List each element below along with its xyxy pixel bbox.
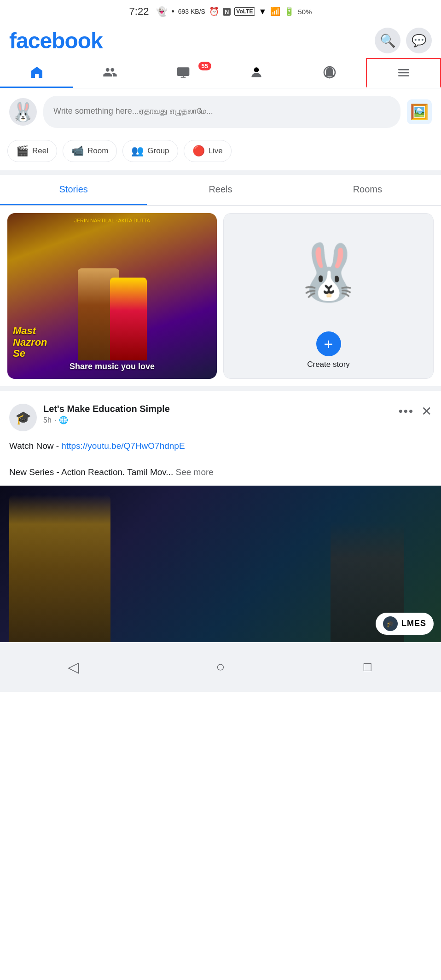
nav-item-menu[interactable]	[366, 58, 441, 88]
home-icon	[29, 65, 44, 80]
header-actions: 🔍 💬	[375, 28, 432, 53]
create-story-label: Create story	[307, 360, 350, 369]
nav-item-friends[interactable]	[73, 58, 146, 88]
snapchat-icon: 👻	[156, 6, 168, 17]
svg-rect-3	[398, 69, 409, 70]
friends-icon	[103, 65, 117, 80]
create-story-plus-icon: +	[316, 331, 341, 356]
post-author-avatar: 🎓	[9, 404, 37, 431]
reel-icon: 🎬	[16, 145, 29, 157]
nav-item-watch[interactable]: 55	[146, 58, 220, 88]
section-divider	[0, 170, 441, 175]
post-actions-right: ••• ✕	[399, 404, 432, 419]
avatar-bunny: 🐰	[12, 101, 35, 123]
search-icon: 🔍	[380, 33, 396, 48]
svg-rect-5	[398, 75, 409, 76]
watch-badge: 55	[198, 62, 211, 70]
room-icon: 📹	[71, 145, 84, 157]
profile-icon	[249, 65, 264, 80]
photo-icon: 🖼️	[410, 103, 429, 121]
post-header: 🎓 Let's Make Education Simple 5h · 🌐 •••…	[0, 395, 441, 436]
app-header: facebook 🔍 💬	[0, 23, 441, 58]
post-description: New Series - Action Reaction. Tamil Mov.…	[9, 467, 173, 477]
menu-icon	[396, 65, 411, 80]
post-close-button[interactable]: ✕	[421, 404, 432, 419]
lmes-avatar-icon: 🎓	[15, 410, 31, 425]
post-action-buttons: 🎬 Reel 📹 Room 👥 Group 🔴 Live	[0, 135, 441, 170]
nav-item-profile[interactable]	[220, 58, 293, 88]
cinema-actors: JERIN NARTILAL · AKITA DUTTA	[11, 218, 213, 223]
add-photo-button[interactable]: 🖼️	[407, 99, 432, 124]
film-title: MastNazronSe	[7, 325, 217, 359]
lmes-badge: 🎓 LMES	[376, 613, 434, 635]
search-button[interactable]: 🔍	[375, 28, 400, 53]
post-dot: ·	[54, 416, 56, 424]
action-figure	[9, 495, 110, 642]
signal-icon: 📶	[270, 6, 280, 17]
post-link[interactable]: https://youtu.be/Q7HwO7hdnpE	[61, 441, 185, 451]
nav-item-notifications[interactable]	[293, 58, 366, 88]
back-button[interactable]: ◁	[60, 653, 87, 681]
user-avatar: 🐰	[9, 98, 37, 126]
post-content: Watch Now - https://youtu.be/Q7HwO7hdnpE…	[0, 436, 441, 486]
messenger-button[interactable]: 💬	[406, 28, 432, 53]
post-image: 🎓 LMES	[0, 486, 441, 642]
recent-apps-icon: □	[364, 660, 371, 674]
post-time: 5h	[43, 416, 52, 424]
tab-stories[interactable]: Stories	[0, 175, 147, 205]
reel-button[interactable]: 🎬 Reel	[7, 140, 57, 162]
svg-rect-4	[398, 72, 409, 74]
post-author-details: Let's Make Education Simple 5h · 🌐	[43, 404, 170, 424]
tab-rooms[interactable]: Rooms	[294, 175, 441, 205]
navigation-bar: 55	[0, 58, 441, 88]
group-icon: 👥	[131, 145, 144, 157]
alarm-icon: ⏰	[209, 6, 219, 17]
live-icon: 🔴	[192, 145, 205, 157]
post-author-name: Let's Make Education Simple	[43, 404, 170, 414]
recent-apps-button[interactable]: □	[354, 653, 381, 681]
lmes-badge-text: LMES	[401, 619, 426, 628]
back-icon: ◁	[68, 658, 79, 676]
volte-icon: VoLTE	[234, 7, 255, 16]
group-label: Group	[147, 146, 169, 156]
cinema-text-top: JERIN NARTILAL · AKITA DUTTA	[11, 218, 213, 223]
network-speed: 693 KB/S	[178, 8, 205, 15]
post-privacy-icon: 🌐	[59, 416, 68, 424]
story-music-label: Share music you love	[7, 362, 217, 371]
status-bar: 7:22 👻 • 693 KB/S ⏰ N VoLTE ▼ 📶 🔋 50%	[0, 0, 441, 23]
story-music-text: MastNazronSe Share music you love	[7, 325, 217, 371]
post-input[interactable]	[43, 96, 400, 128]
lmes-logo-icon: 🎓	[383, 616, 398, 631]
dot-indicator: •	[171, 7, 174, 17]
home-button[interactable]: ○	[207, 653, 234, 681]
see-more-button[interactable]: See more	[176, 467, 214, 477]
watch-icon	[176, 65, 191, 80]
live-button[interactable]: 🔴 Live	[184, 140, 232, 162]
battery-icon: 🔋	[284, 6, 294, 17]
group-button[interactable]: 👥 Group	[122, 140, 178, 162]
post-composer: 🐰 🖼️	[0, 88, 441, 135]
bunny-character: 🐰	[290, 214, 367, 331]
tab-reels[interactable]: Reels	[147, 175, 294, 205]
notifications-icon	[322, 65, 337, 80]
reel-label: Reel	[32, 146, 48, 156]
story-card-create[interactable]: 🐰 + Create story	[223, 213, 434, 379]
status-time: 7:22	[129, 6, 149, 17]
nav-item-home[interactable]	[0, 58, 73, 88]
home-nav-icon: ○	[216, 658, 225, 675]
room-button[interactable]: 📹 Room	[63, 140, 117, 162]
live-label: Live	[209, 146, 223, 156]
post-author-info: 🎓 Let's Make Education Simple 5h · 🌐	[9, 404, 170, 431]
content-tabs: Stories Reels Rooms	[0, 175, 441, 206]
facebook-logo: facebook	[9, 28, 103, 53]
post-card: 🎓 Let's Make Education Simple 5h · 🌐 •••…	[0, 395, 441, 642]
room-label: Room	[87, 146, 108, 156]
story-card-music[interactable]: JERIN NARTILAL · AKITA DUTTA MastNazronS…	[7, 213, 217, 379]
nfc-icon: N	[223, 8, 231, 16]
battery-level: 50%	[298, 8, 312, 16]
stories-grid: JERIN NARTILAL · AKITA DUTTA MastNazronS…	[0, 206, 441, 386]
post-meta: 5h · 🌐	[43, 416, 170, 424]
post-more-button[interactable]: •••	[399, 404, 414, 418]
svg-point-2	[254, 67, 259, 72]
post-divider	[0, 386, 441, 391]
